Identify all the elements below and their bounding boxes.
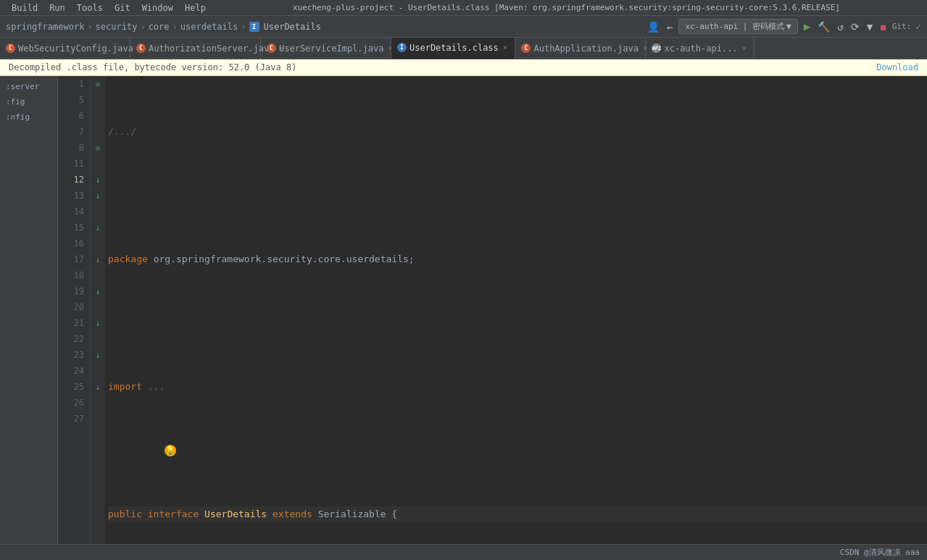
gutter-impl-23[interactable]: ↓ <box>91 347 105 363</box>
line-num-26: 26 <box>58 395 84 411</box>
line-num-11: 11 <box>58 156 84 172</box>
tab-label-xcauthapi: xc-auth-api... <box>664 43 737 54</box>
line-num-18: 18 <box>58 267 84 283</box>
gutter-26 <box>91 395 105 411</box>
tab-label-userdetails: UserDetails.class <box>410 43 499 53</box>
gutter-impl-15[interactable]: ↓ <box>91 220 105 235</box>
run-config-selector[interactable]: xc-auth-api | 密码模式 ▼ <box>678 19 797 34</box>
tab-icon-userdetails: I <box>397 43 407 52</box>
line-num-24: 24 <box>58 363 84 379</box>
gutter-24 <box>91 363 105 379</box>
code-line-8: import ... <box>108 379 927 395</box>
breadcrumb-userdetails[interactable]: userdetails <box>180 22 238 32</box>
nav-back-icon[interactable]: ← <box>665 20 674 34</box>
fold-indicator: /.../ <box>108 124 136 140</box>
gutter-fold-8[interactable]: ⊕ <box>91 140 105 156</box>
breadcrumb: springframework › security › core › user… <box>6 22 321 32</box>
breadcrumb-current: UserDetails <box>264 22 321 32</box>
line-num-8: 8 <box>58 140 84 156</box>
menu-build[interactable]: Build <box>6 0 43 16</box>
tab-authserver[interactable]: C AuthorizationServer.java × <box>130 38 261 59</box>
gutter-6 <box>91 108 105 124</box>
build-icon[interactable]: 🔨 <box>816 20 831 34</box>
code-line-1: /.../ <box>108 124 927 140</box>
tab-close-xcauthapi[interactable]: × <box>741 43 749 53</box>
tab-icon-authserver: C <box>136 43 146 53</box>
tab-icon-c: C <box>6 43 15 53</box>
breadcrumb-security[interactable]: security <box>96 22 138 32</box>
line-num-17: 17 <box>58 251 84 267</box>
status-label: CSDN @清风微凉 aaa <box>840 547 920 558</box>
menu-help[interactable]: Help <box>179 0 212 16</box>
download-link[interactable]: Download <box>876 62 918 72</box>
git-check-icon: ✓ <box>915 21 921 32</box>
code-line-7 <box>108 315 927 331</box>
gutter: ⊕ ⊕ ↓ ↓ ↓ ↓ ↓ ↓ ↓ <box>91 76 105 555</box>
line-num-14: 14 <box>58 204 84 220</box>
code-lines: /.../ package org.springframework.securi… <box>105 76 927 555</box>
tab-close-userdetails[interactable]: × <box>502 43 510 52</box>
keyword-import: import <box>108 379 142 395</box>
reload-icon[interactable]: ↺ <box>836 20 844 34</box>
tab-label-websecurity: WebSecurityConfig.java <box>18 43 133 54</box>
rerun-icon[interactable]: ⟳ <box>849 20 861 34</box>
gutter-impl-13[interactable]: ↓ <box>91 188 105 204</box>
left-panel-fig[interactable]: :fig <box>0 94 57 109</box>
tab-icon-api: API <box>652 43 661 53</box>
gutter-impl-17[interactable]: ↓ <box>91 251 105 267</box>
left-panel: :server :fig :nfig <box>0 76 58 555</box>
tab-userdetails[interactable]: I UserDetails.class × <box>391 38 515 59</box>
gutter-27 <box>91 411 105 427</box>
window-title: xuecheng-plus-project - UserDetails.clas… <box>212 0 921 16</box>
line-num-16: 16 <box>58 235 84 251</box>
tab-label-authapp: AuthApplication.java <box>533 43 639 54</box>
more-icon[interactable]: ▼ <box>865 20 874 34</box>
keyword-package: package <box>108 251 148 267</box>
left-panel-nfig[interactable]: :nfig <box>0 109 57 125</box>
menu-run[interactable]: Run <box>43 0 71 16</box>
gutter-fold-1[interactable]: ⊕ <box>91 76 105 92</box>
menu-tools[interactable]: Tools <box>71 0 109 16</box>
main-area: :server :fig :nfig 1 5 6 7 8 11 12 13 14… <box>0 76 927 555</box>
gutter-impl-19[interactable]: ↓ <box>91 283 105 299</box>
interface-icon: I <box>249 22 259 32</box>
left-panel-server[interactable]: :server <box>0 79 57 94</box>
tip-lightbulb-icon[interactable]: 💡 <box>165 445 176 456</box>
code-line-5 <box>108 188 927 204</box>
tab-userservice[interactable]: C UserServiceImpl.java × <box>261 38 391 59</box>
menu-window[interactable]: Window <box>136 0 179 16</box>
code-line-6: package org.springframework.security.cor… <box>108 251 927 267</box>
line-num-12: 12 <box>58 172 84 188</box>
dropdown-icon: ▼ <box>786 22 791 31</box>
gutter-impl-25[interactable]: ↓ <box>91 379 105 395</box>
keyword-interface: interface <box>148 506 199 522</box>
run-config-label: xc-auth-api | 密码模式 <box>685 21 784 32</box>
tab-icon-authapp: C <box>521 43 531 53</box>
class-userdetails: UserDetails <box>204 506 267 522</box>
breadcrumb-core[interactable]: core <box>149 22 170 32</box>
keyword-extends: extends <box>273 506 312 522</box>
git-label: Git: <box>892 22 912 31</box>
gutter-22 <box>91 331 105 347</box>
stop-icon[interactable]: ◼ <box>878 20 887 34</box>
toolbar-right: 👤 ← xc-auth-api | 密码模式 ▼ ▶ 🔨 ↺ ⟳ ▼ ◼ Git… <box>646 18 921 35</box>
run-button[interactable]: ▶ <box>802 18 812 35</box>
breadcrumb-springframework[interactable]: springframework <box>6 22 84 32</box>
gutter-impl-21[interactable]: ↓ <box>91 315 105 331</box>
tab-websecurity[interactable]: C WebSecurityConfig.java × <box>0 38 130 59</box>
code-line-11: 💡 <box>108 443 927 459</box>
tab-authapp[interactable]: C AuthApplication.java × <box>515 38 646 59</box>
gutter-impl-12[interactable]: ↓ <box>91 172 105 188</box>
line-num-19: 19 <box>58 283 84 299</box>
tabs-bar: C WebSecurityConfig.java × C Authorizati… <box>0 38 927 59</box>
tab-xcauthapi[interactable]: API xc-auth-api... × <box>646 38 755 59</box>
package-name: org.springframework.security.core.userde… <box>154 251 415 267</box>
gutter-tip-11 <box>91 156 105 172</box>
line-num-7: 7 <box>58 124 84 140</box>
line-num-27: 27 <box>58 411 84 427</box>
line-num-22: 22 <box>58 331 84 347</box>
menu-git[interactable]: Git <box>109 0 136 16</box>
status-bar: CSDN @清风微凉 aaa <box>0 544 927 560</box>
user-icon[interactable]: 👤 <box>646 20 661 34</box>
gutter-16 <box>91 235 105 251</box>
